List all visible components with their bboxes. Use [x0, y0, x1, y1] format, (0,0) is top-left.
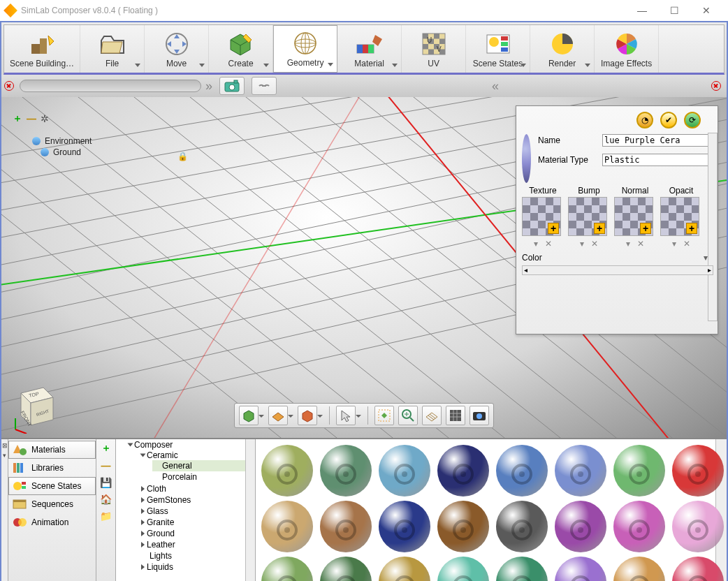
select-arrow-button[interactable]: [336, 406, 356, 425]
nav-cube[interactable]: TOP FRONT RIGHT: [8, 383, 57, 434]
name-input[interactable]: [602, 134, 713, 147]
tree-item-ground[interactable]: Ground: [41, 147, 92, 157]
toolbar-file[interactable]: File: [80, 25, 145, 73]
maximize-button[interactable]: ☐: [658, 0, 690, 21]
add-opacity-icon[interactable]: +: [686, 223, 697, 234]
material-thumbnail[interactable]: [379, 445, 430, 497]
material-thumbnail[interactable]: [261, 557, 313, 581]
material-thumbnail[interactable]: [613, 557, 665, 581]
tree-ceramic[interactable]: Ceramic General Porcelain: [140, 450, 254, 483]
folder-icon[interactable]: 📁: [100, 510, 112, 522]
toolbar-uv[interactable]: UV UV: [402, 25, 466, 73]
tree-granite[interactable]: Granite: [140, 517, 254, 528]
remove-icon[interactable]: —: [27, 113, 36, 124]
tree-item-environment[interactable]: Environment: [32, 136, 92, 146]
tab-sequences[interactable]: Sequences: [8, 495, 96, 513]
tree-ground[interactable]: Ground: [140, 528, 254, 539]
material-thumbnail[interactable]: [379, 557, 430, 581]
tree-general[interactable]: General: [152, 460, 252, 471]
tree-leather[interactable]: Leather: [140, 539, 254, 550]
material-thumbnail[interactable]: [320, 445, 372, 497]
chevron-down-icon[interactable]: ▾: [534, 239, 538, 249]
toolbar-geometry[interactable]: Geometry: [273, 25, 337, 73]
material-thumbnail[interactable]: [672, 557, 724, 581]
search-pill[interactable]: [20, 80, 201, 92]
chevrons-right-icon[interactable]: »: [205, 79, 212, 94]
screen-grid-button[interactable]: [446, 406, 465, 425]
texture-slot[interactable]: Texture+▾✕: [522, 186, 564, 249]
tab-libraries[interactable]: Libraries: [8, 459, 96, 477]
material-thumbnail[interactable]: [496, 445, 548, 497]
material-thumbnail[interactable]: [320, 501, 372, 552]
tree-porcelain[interactable]: Porcelain: [152, 471, 252, 483]
material-thumbnail[interactable]: [261, 445, 313, 497]
tab-animation[interactable]: Animation: [8, 513, 96, 531]
close-left-icon[interactable]: [4, 81, 14, 91]
add-icon[interactable]: ＋: [101, 442, 111, 455]
material-thumbnail[interactable]: [613, 445, 665, 497]
material-thumbnail[interactable]: [320, 557, 372, 581]
toolbar-image-effects[interactable]: Image Effects: [595, 25, 659, 73]
save-icon[interactable]: 💾: [100, 477, 112, 488]
close-right-icon[interactable]: [711, 81, 721, 91]
minimize-button[interactable]: —: [626, 0, 658, 21]
camera-snapshot-button[interactable]: [469, 406, 489, 425]
mat-add-button[interactable]: ◔: [636, 112, 653, 128]
chevrons-left-icon[interactable]: «: [492, 79, 499, 94]
viewport-3d[interactable]: ＋ — ✲ Environment Ground 🔒: [1, 97, 727, 438]
material-thumbnail[interactable]: [496, 557, 548, 581]
material-thumbnail[interactable]: [379, 501, 430, 552]
lock-icon[interactable]: 🔒: [177, 152, 188, 161]
add-normal-icon[interactable]: +: [640, 223, 651, 234]
clear-icon[interactable]: ✕: [683, 239, 690, 249]
material-thumbnail[interactable]: [261, 501, 313, 552]
view-grid-button[interactable]: [268, 406, 288, 425]
toolbar-create[interactable]: Create: [209, 25, 273, 73]
toolbar-material[interactable]: Material: [337, 25, 402, 73]
type-input[interactable]: [602, 154, 713, 166]
chevron-down-icon[interactable]: ▾: [580, 239, 584, 249]
material-thumbnail[interactable]: [613, 501, 665, 552]
material-thumbnail[interactable]: [555, 557, 606, 581]
tree-lights[interactable]: Lights: [140, 550, 254, 561]
toolbar-render[interactable]: Render: [530, 25, 595, 73]
close-button[interactable]: ✕: [690, 0, 722, 21]
view-cube-button[interactable]: [239, 406, 259, 425]
mat-refresh-button[interactable]: ⟳: [684, 112, 701, 128]
tree-liquids[interactable]: Liquids: [140, 561, 254, 573]
add-bump-icon[interactable]: +: [594, 223, 605, 234]
material-thumbnail[interactable]: [672, 501, 724, 552]
add-icon[interactable]: ＋: [13, 112, 22, 125]
normal-slot[interactable]: Normal+▾✕: [614, 186, 656, 249]
chevron-down-icon[interactable]: ▾: [626, 239, 630, 249]
material-thumbnail[interactable]: [555, 501, 606, 552]
panel-vscroll[interactable]: [708, 133, 718, 321]
tree-glass[interactable]: Glass: [140, 506, 254, 517]
chevron-down-icon[interactable]: ▾: [672, 239, 676, 249]
camera-button[interactable]: [219, 77, 245, 95]
zoom-button[interactable]: [398, 406, 418, 425]
material-thumbnail[interactable]: [672, 445, 724, 497]
remove-icon[interactable]: —: [101, 460, 111, 471]
material-thumbnail[interactable]: [437, 501, 489, 552]
material-thumbnail[interactable]: [437, 445, 489, 497]
panel-hscroll[interactable]: ◂▸: [522, 265, 713, 275]
clear-icon[interactable]: ✕: [637, 239, 644, 249]
tab-scene-states[interactable]: Scene States: [8, 477, 96, 495]
material-thumbnail[interactable]: [437, 557, 489, 581]
toolbar-scene-states[interactable]: Scene States: [466, 25, 530, 73]
bump-slot[interactable]: Bump+▾✕: [568, 186, 610, 249]
tree-gemstones[interactable]: GemStones: [140, 494, 254, 506]
home-icon[interactable]: 🏠: [100, 494, 112, 505]
fit-bounds-button[interactable]: [374, 406, 394, 425]
toolbar-scene-building[interactable]: Scene Building…: [4, 25, 80, 73]
material-thumbnail[interactable]: [496, 501, 548, 552]
clear-icon[interactable]: ✕: [591, 239, 598, 249]
add-texture-icon[interactable]: +: [548, 223, 559, 234]
mat-apply-button[interactable]: ✔: [660, 112, 677, 128]
wire-grid-button[interactable]: [422, 406, 442, 425]
view-solid-button[interactable]: [298, 406, 317, 425]
tree-composer[interactable]: Composer Ceramic General Porcelain Cloth…: [127, 439, 255, 573]
material-thumbnail[interactable]: [555, 445, 606, 497]
gear-icon[interactable]: ✲: [41, 113, 49, 124]
